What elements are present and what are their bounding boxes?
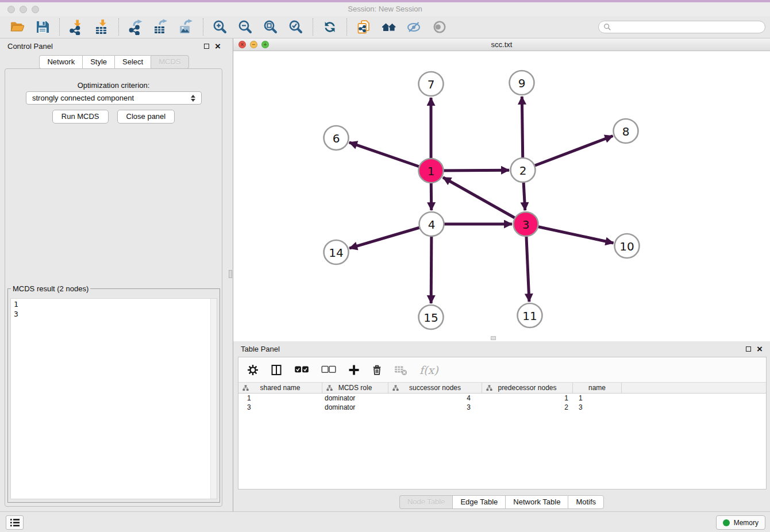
control-panel-header: Control Panel × bbox=[0, 38, 228, 54]
deselect-all-icon bbox=[321, 365, 336, 374]
optimization-criterion-select[interactable]: strongly connected component bbox=[26, 91, 202, 105]
zoom-in-button[interactable] bbox=[207, 18, 233, 36]
toolbar-separator bbox=[118, 18, 119, 36]
table-cell[interactable]: dominator bbox=[322, 394, 388, 403]
float-panel-icon[interactable] bbox=[746, 346, 751, 352]
tab-style[interactable]: Style bbox=[82, 55, 114, 69]
svg-text:15: 15 bbox=[424, 311, 438, 325]
table-cell[interactable]: 2 bbox=[482, 403, 573, 412]
show-columns-button[interactable] bbox=[271, 364, 282, 376]
save-session-button[interactable] bbox=[30, 18, 55, 36]
open-folder-icon bbox=[9, 19, 25, 35]
table-mode-button[interactable] bbox=[247, 364, 259, 376]
memory-button[interactable]: Memory bbox=[716, 515, 765, 530]
node-10[interactable]: 10 bbox=[615, 234, 640, 258]
open-session-button[interactable] bbox=[5, 18, 30, 36]
table-body: 1dominator4113dominator323 bbox=[238, 394, 766, 412]
search-box[interactable] bbox=[598, 21, 765, 33]
tab-network-table[interactable]: Network Table bbox=[505, 495, 568, 509]
export-image-button[interactable] bbox=[174, 18, 199, 36]
close-panel-button[interactable]: Close panel bbox=[117, 110, 175, 124]
import-network-button[interactable] bbox=[64, 18, 89, 36]
clone-network-button[interactable] bbox=[351, 18, 376, 36]
node-7[interactable]: 7 bbox=[419, 72, 444, 96]
mcds-result-list[interactable]: 13 bbox=[10, 298, 217, 499]
network-minimize-button[interactable]: − bbox=[250, 41, 257, 48]
zoom-selected-button[interactable] bbox=[283, 18, 309, 36]
node-11[interactable]: 11 bbox=[518, 303, 542, 327]
tab-select[interactable]: Select bbox=[114, 55, 151, 69]
edge-3-10[interactable] bbox=[526, 224, 614, 243]
select-all-columns-button[interactable] bbox=[294, 365, 309, 374]
first-neighbors-button[interactable] bbox=[376, 18, 402, 36]
zoom-window-button[interactable] bbox=[32, 6, 39, 13]
node-3[interactable]: 3 bbox=[514, 212, 538, 236]
edge-3-1[interactable] bbox=[443, 178, 526, 224]
create-column-button[interactable] bbox=[348, 364, 360, 376]
close-panel-icon[interactable]: × bbox=[215, 44, 221, 49]
zoom-out-button[interactable] bbox=[233, 18, 258, 36]
hide-selected-button[interactable] bbox=[402, 18, 427, 36]
close-panel-icon[interactable]: × bbox=[757, 346, 763, 352]
table-cell[interactable]: 1 bbox=[573, 394, 622, 403]
table-cell[interactable]: 4 bbox=[388, 394, 482, 403]
column-header-successor-nodes[interactable]: successor nodes bbox=[388, 383, 482, 393]
node-6[interactable]: 6 bbox=[324, 126, 349, 150]
trash-icon bbox=[372, 364, 382, 376]
node-2[interactable]: 2 bbox=[511, 158, 536, 182]
column-header-mcds-role[interactable]: MCDS role bbox=[322, 383, 388, 393]
tab-node-table[interactable]: Node Table bbox=[399, 495, 453, 509]
table-cell[interactable]: 3 bbox=[388, 403, 482, 412]
column-label: name bbox=[588, 384, 606, 392]
table-row[interactable]: 3dominator323 bbox=[238, 403, 766, 412]
table-cell[interactable]: 3 bbox=[238, 403, 322, 412]
float-panel-icon[interactable] bbox=[204, 44, 209, 49]
network-maximize-button[interactable]: + bbox=[261, 41, 269, 48]
search-input[interactable] bbox=[614, 22, 760, 32]
add-icon bbox=[348, 364, 360, 376]
column-header-shared-name[interactable]: shared name bbox=[238, 383, 322, 393]
run-mcds-button[interactable]: Run MCDS bbox=[52, 110, 109, 124]
hierarchy-icon bbox=[242, 385, 249, 391]
import-table-button[interactable] bbox=[89, 18, 114, 36]
network-close-button[interactable]: × bbox=[238, 41, 246, 48]
tab-network[interactable]: Network bbox=[39, 55, 82, 69]
scrollbar[interactable] bbox=[210, 299, 217, 499]
node-9[interactable]: 9 bbox=[510, 71, 534, 95]
network-canvas[interactable]: 7968124314101511 bbox=[233, 51, 770, 341]
svg-text:8: 8 bbox=[622, 125, 630, 138]
table-cell[interactable]: 1 bbox=[482, 394, 573, 403]
minimize-window-button[interactable] bbox=[20, 6, 27, 13]
column-header-name[interactable]: name bbox=[573, 383, 622, 393]
network-graph[interactable]: 7968124314101511 bbox=[233, 51, 770, 341]
node-15[interactable]: 15 bbox=[419, 305, 444, 329]
apply-layout-button[interactable] bbox=[317, 18, 342, 36]
table-cell[interactable]: dominator bbox=[322, 403, 388, 412]
mcds-result-line: 3 bbox=[14, 309, 214, 319]
horizontal-splitter-handle[interactable] bbox=[491, 336, 496, 340]
close-window-button[interactable] bbox=[7, 6, 15, 13]
edge-2-8[interactable] bbox=[523, 136, 613, 170]
tab-motifs[interactable]: Motifs bbox=[568, 495, 604, 509]
application-window: Session: New Session Control Panel × Net… bbox=[0, 0, 770, 532]
column-header-predecessor-nodes[interactable]: predecessor nodes bbox=[482, 383, 573, 393]
node-8[interactable]: 8 bbox=[614, 119, 638, 143]
export-table-button[interactable] bbox=[148, 18, 174, 36]
vertical-splitter[interactable] bbox=[228, 38, 233, 511]
export-network-button[interactable] bbox=[123, 18, 148, 36]
hierarchy-icon bbox=[486, 385, 492, 391]
table-cell[interactable]: 3 bbox=[573, 403, 622, 412]
node-1[interactable]: 1 bbox=[419, 159, 444, 183]
node-4[interactable]: 4 bbox=[419, 212, 444, 236]
table-cell[interactable]: 1 bbox=[238, 394, 322, 403]
control-panel-tabs: NetworkStyleSelectMCDS bbox=[0, 55, 228, 69]
delete-columns-button[interactable] bbox=[372, 364, 382, 376]
tab-mcds[interactable]: MCDS bbox=[151, 55, 188, 69]
table-row[interactable]: 1dominator411 bbox=[238, 394, 766, 403]
splitter-handle[interactable] bbox=[229, 270, 232, 278]
task-history-button[interactable] bbox=[6, 515, 24, 530]
node-14[interactable]: 14 bbox=[324, 240, 349, 264]
zoom-fit-button[interactable] bbox=[258, 18, 283, 36]
deselect-all-columns-button[interactable] bbox=[321, 365, 336, 374]
tab-edge-table[interactable]: Edge Table bbox=[452, 495, 505, 509]
